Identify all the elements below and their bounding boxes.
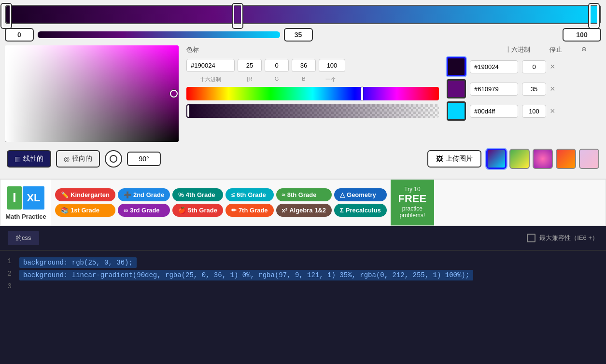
- angle-circle[interactable]: [105, 150, 122, 168]
- gradient-bar-container: [5, 5, 601, 24]
- ad-promo[interactable]: Try 10 FREE practiceproblems!: [391, 180, 434, 225]
- hex-input[interactable]: [186, 59, 235, 72]
- stop-swatch-1[interactable]: [447, 57, 466, 76]
- grade-5th[interactable]: 🍎 5th Grade: [172, 204, 223, 217]
- g-input[interactable]: [265, 59, 289, 72]
- radial-label: 径向的: [72, 154, 92, 163]
- spectrum-picker[interactable]: [5, 45, 179, 142]
- 6th-icon: ≤: [231, 191, 235, 198]
- gradient-handle-right[interactable]: [589, 4, 599, 28]
- ad-logo-text: Math Practice: [5, 213, 46, 221]
- stop-delete-2[interactable]: ×: [550, 84, 555, 93]
- hex-rgba-row: [186, 59, 439, 72]
- css-panel: 的css 最大兼容性（IE6 +） 1 background: rgb(25, …: [0, 226, 606, 297]
- line-num-2: 2: [0, 270, 19, 278]
- ad-practice-text: practiceproblems!: [399, 205, 425, 219]
- css-line-2: background: linear-gradient(90deg, rgba(…: [19, 270, 473, 280]
- stops-header: 十六进制 停止 ⊖: [447, 45, 601, 54]
- compat-label: 最大兼容性（IE6 +）: [539, 234, 598, 242]
- 7th-icon: ✏: [231, 207, 237, 214]
- spectrum-cursor[interactable]: [170, 90, 178, 98]
- preset-swatch-2[interactable]: [509, 149, 530, 169]
- grade-7th[interactable]: ✏ 7th Grade: [225, 204, 274, 217]
- stop-pos-2[interactable]: [522, 83, 546, 96]
- hue-slider[interactable]: [186, 87, 439, 100]
- stop-delete-1[interactable]: ×: [550, 62, 555, 71]
- stop-swatch-2[interactable]: [447, 79, 466, 98]
- mid-value[interactable]: 35: [284, 28, 313, 42]
- upload-label: 上传图片: [446, 154, 473, 163]
- grade-8th[interactable]: ≈ 8th Grade: [276, 188, 332, 201]
- grade-2nd[interactable]: ➕ 2nd Grade: [118, 188, 170, 201]
- delete-header: ⊖: [581, 45, 587, 54]
- 5th-label: 5th Grade: [188, 207, 217, 214]
- radial-button[interactable]: ◎ 径向的: [56, 150, 100, 168]
- 8th-icon: ≈: [282, 191, 285, 198]
- css-line-1: background: rgb(25, 0, 36);: [19, 257, 137, 268]
- gradient-handle-left[interactable]: [1, 4, 11, 28]
- opacity-slider[interactable]: [38, 31, 280, 38]
- radial-icon: ◎: [64, 155, 70, 163]
- preset-swatch-5[interactable]: [579, 149, 599, 169]
- gradient-editor: 0 35 100 色标 十六进制 [R: [0, 0, 606, 179]
- 4th-icon: %: [178, 191, 184, 198]
- stop-hex-1[interactable]: [470, 60, 518, 73]
- 8th-label: 8th Grade: [287, 191, 317, 198]
- stop-swatch-3[interactable]: [447, 101, 466, 121]
- ad-grades: ✏️ Kindergarten ➕ 2nd Grade % 4th Grade …: [51, 180, 391, 225]
- grade-1st[interactable]: 📚 1st Grade: [55, 204, 115, 217]
- r-input[interactable]: [238, 59, 262, 72]
- 3rd-label: 3rd Grade: [130, 207, 159, 214]
- opacity-row: 0 35 100: [5, 28, 601, 42]
- linear-button[interactable]: ▦ 线性的: [7, 150, 51, 168]
- alpha-cursor[interactable]: [187, 105, 189, 117]
- 1st-icon: 📚: [61, 207, 69, 214]
- grade-4th[interactable]: % 4th Grade: [172, 188, 223, 201]
- upload-button[interactable]: 🖼 上传图片: [427, 150, 481, 168]
- gradient-bar[interactable]: [5, 5, 601, 24]
- a-input[interactable]: [319, 59, 345, 72]
- stop-pos-3[interactable]: [522, 105, 546, 118]
- alpha-gradient: [186, 104, 439, 118]
- alpha-slider[interactable]: [186, 104, 439, 118]
- color-stop-row-3: ×: [447, 101, 601, 121]
- grade-6th[interactable]: ≤ 6th Grade: [225, 188, 274, 201]
- angle-input[interactable]: [127, 152, 161, 166]
- 1st-label: 1st Grade: [70, 207, 99, 214]
- color-stops-panel: 十六进制 停止 ⊖ × ×: [447, 45, 601, 142]
- alg-icon: x²: [282, 207, 288, 214]
- right-value[interactable]: 100: [563, 28, 601, 42]
- 7th-label: 7th Grade: [239, 207, 268, 214]
- preset-swatch-4[interactable]: [556, 149, 576, 169]
- 4th-label: 4th Grade: [186, 191, 215, 198]
- compat-checkbox[interactable]: [527, 234, 536, 242]
- geo-icon: △: [340, 191, 345, 198]
- 2nd-icon: ➕: [124, 191, 131, 198]
- grade-algebra[interactable]: x² Algebra 1&2: [276, 204, 332, 217]
- code-line-2: 2 background: linear-gradient(90deg, rgb…: [0, 269, 606, 281]
- preset-swatch-3[interactable]: [533, 149, 553, 169]
- stop-delete-3[interactable]: ×: [550, 107, 555, 115]
- css-code: 1 background: rgb(25, 0, 36); 2 backgrou…: [0, 251, 606, 297]
- gradient-handle-mid[interactable]: [233, 4, 242, 28]
- grade-kindergarten[interactable]: ✏️ Kindergarten: [55, 188, 115, 201]
- grade-3rd[interactable]: ∞ 3rd Grade: [118, 204, 170, 217]
- grade-precalculus[interactable]: Σ Precalculus: [334, 204, 387, 217]
- b-label: B: [292, 76, 316, 83]
- stop-pos-1[interactable]: [522, 60, 546, 73]
- stop-hex-3[interactable]: [470, 105, 518, 118]
- color-stop-label: 色标: [186, 45, 439, 54]
- grade-geometry[interactable]: △ Geometry: [334, 188, 387, 201]
- preset-swatch-1[interactable]: [486, 149, 507, 169]
- left-value[interactable]: 0: [5, 28, 34, 42]
- hex-label: 十六进制: [186, 76, 235, 83]
- css-tab[interactable]: 的css: [8, 231, 39, 245]
- stop-hex-2[interactable]: [470, 83, 518, 96]
- pre-icon: Σ: [340, 207, 344, 214]
- ad-banner: I XL Math Practice ✏️ Kindergarten ➕ 2nd…: [0, 179, 606, 226]
- hex-header: 十六进制: [505, 45, 530, 54]
- ad-try-text: Try 10: [404, 186, 421, 193]
- hue-cursor[interactable]: [361, 87, 363, 100]
- b-input[interactable]: [292, 59, 316, 72]
- linear-icon: ▦: [14, 155, 21, 163]
